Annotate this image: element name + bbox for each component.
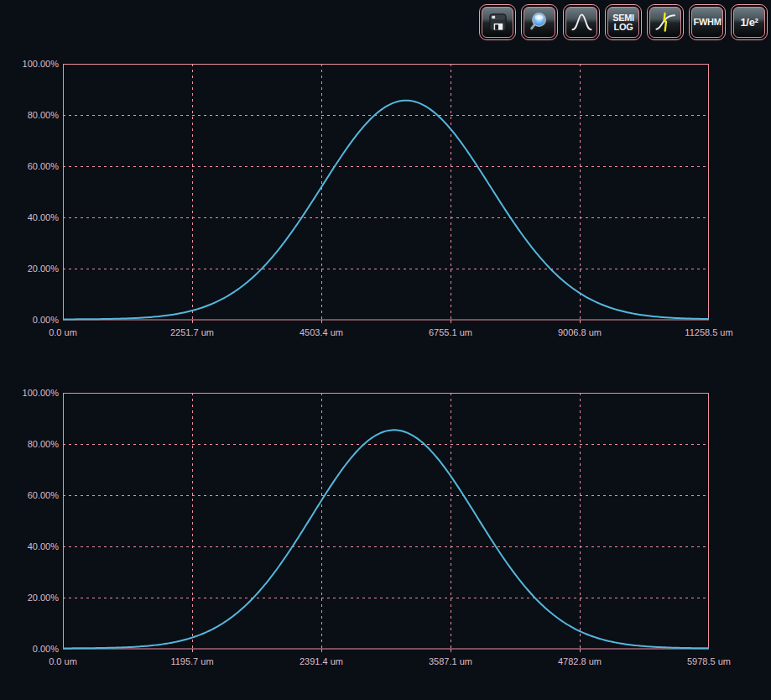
profile-curve (63, 100, 709, 319)
zoom-button[interactable] (521, 4, 558, 40)
beam-profile-chart-bottom: 100.00%80.00%60.00%40.00%20.00%0.00%0.0 … (0, 380, 771, 670)
knife-edge-button-face (649, 7, 681, 38)
y-axis-tick-label: 80.00% (0, 109, 59, 121)
x-axis-tick-label: 9006.8 um (538, 326, 622, 338)
profile-curve (63, 430, 709, 648)
x-axis-tick-label: 4782.8 um (538, 656, 622, 667)
y-axis-tick-label: 60.00% (0, 489, 59, 501)
one-over-e-squared-button[interactable]: 1/e² (731, 4, 768, 40)
x-axis-tick-label: 1195.7 um (150, 656, 234, 667)
y-axis-tick-label: 60.00% (0, 160, 59, 172)
x-axis-tick-label: 3587.1 um (409, 656, 492, 667)
x-axis-tick-label: 0.0 um (21, 656, 105, 667)
y-axis-tick-label: 0.00% (0, 643, 59, 655)
y-axis-tick-label: 100.00% (0, 58, 59, 70)
x-axis-tick-label: 0.0 um (21, 326, 105, 338)
magnifier-icon (529, 11, 551, 34)
gaussian-profile-button[interactable] (563, 4, 600, 40)
floppy-disk-icon (487, 11, 509, 34)
x-axis-tick-label: 5978.5 um (667, 656, 751, 667)
x-axis-tick-label: 2251.7 um (150, 326, 234, 338)
fwhm-label: FWHM (693, 18, 721, 27)
knife-edge-icon (654, 11, 677, 34)
fwhm-button-face: FWHM (691, 7, 723, 38)
x-axis-tick-label: 4503.4 um (279, 326, 363, 338)
toolbar: SEMI LOG FWHM 1/e² (479, 4, 768, 40)
save-button[interactable] (479, 4, 516, 40)
save-button-face (482, 7, 513, 38)
beam-profile-chart-top: 100.00%80.00%60.00%40.00%20.00%0.00%0.0 … (0, 51, 771, 341)
inv-e2-button-face: 1/e² (733, 7, 765, 38)
knife-edge-button[interactable] (647, 4, 684, 40)
semilog-label-line1: SEMI (612, 13, 634, 23)
semilog-button-face: SEMI LOG (607, 7, 639, 38)
plot-border (64, 64, 709, 320)
inv-e2-label: 1/e² (740, 17, 758, 28)
y-axis-tick-label: 20.00% (0, 263, 59, 274)
semilog-button[interactable]: SEMI LOG (605, 4, 642, 40)
y-axis-tick-label: 40.00% (0, 541, 59, 552)
semilog-label-line2: LOG (614, 23, 633, 32)
plot-area[interactable] (63, 393, 709, 656)
y-axis-tick-label: 0.00% (0, 314, 59, 326)
x-axis-tick-label: 2391.4 um (279, 656, 363, 667)
plot-area[interactable] (63, 64, 709, 327)
zoom-button-face (524, 7, 555, 38)
fwhm-button[interactable]: FWHM (689, 4, 726, 40)
gaussian-curve-icon (570, 11, 593, 34)
x-axis-tick-label: 11258.5 um (667, 326, 751, 338)
x-axis-tick-label: 6755.1 um (409, 326, 492, 338)
y-axis-tick-label: 40.00% (0, 212, 59, 223)
gaussian-button-face (565, 7, 597, 38)
y-axis-tick-label: 20.00% (0, 592, 59, 603)
y-axis-tick-label: 100.00% (0, 387, 59, 399)
y-axis-tick-label: 80.00% (0, 438, 59, 450)
